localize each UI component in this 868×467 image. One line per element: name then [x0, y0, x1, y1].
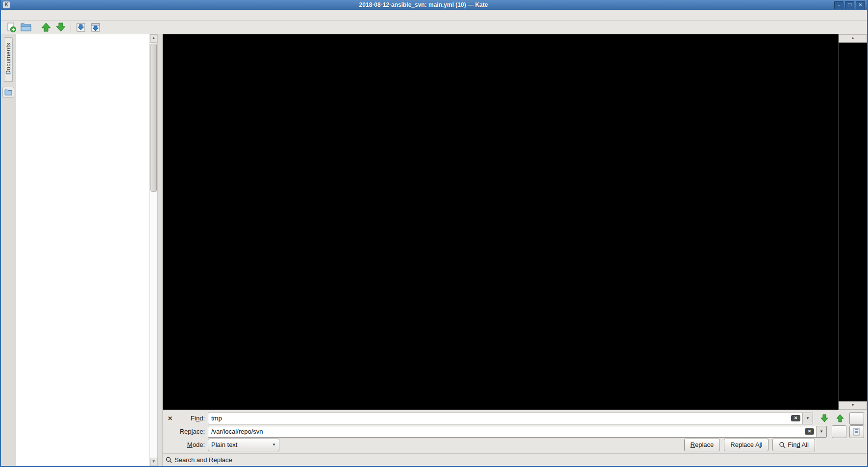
scroll-up-arrow[interactable]: ▲: [150, 34, 157, 43]
documents-sidebar-tab[interactable]: Documents: [4, 37, 13, 82]
green-up-arrow-icon: [41, 22, 51, 33]
find-next-button[interactable]: [818, 413, 831, 424]
kate-app-icon: K: [3, 1, 10, 8]
search-replace-toolview-tab[interactable]: Search and Replace: [174, 456, 232, 464]
toolbar-separator: [71, 23, 71, 32]
green-down-arrow-icon: [820, 414, 829, 423]
mode-label: Mode:: [177, 441, 205, 448]
find-all-label: Find All: [788, 441, 809, 448]
save-icon: [75, 22, 86, 33]
new-document-button[interactable]: [5, 22, 18, 33]
folder-icon: [4, 89, 12, 96]
find-input[interactable]: [208, 415, 791, 422]
find-all-button[interactable]: Find All: [772, 439, 815, 451]
scrollbar-thumb[interactable]: [150, 44, 157, 192]
save-as-icon: [90, 22, 101, 33]
replace-combobox: ✕ ▼: [208, 426, 827, 438]
save-as-button[interactable]: [89, 22, 102, 33]
new-document-icon: [6, 22, 17, 33]
minimize-button[interactable]: –: [834, 1, 843, 9]
close-search-icon[interactable]: ✕: [166, 415, 174, 422]
project-file-tree: [16, 34, 149, 466]
search-icon: [166, 457, 172, 463]
find-history-dropdown[interactable]: ▼: [802, 413, 813, 424]
maximize-button[interactable]: ❐: [845, 1, 854, 9]
search-options-button[interactable]: [849, 412, 864, 425]
menubar: [1, 10, 867, 21]
editor-minimap-column: ▲ ▼: [838, 34, 867, 410]
open-document-button[interactable]: [20, 22, 32, 33]
expand-results-button[interactable]: [849, 425, 864, 438]
documents-toolview-button[interactable]: [2, 87, 14, 98]
replace-history-dropdown[interactable]: ▼: [816, 426, 826, 437]
document-list-icon: [853, 428, 860, 436]
editor-text-area[interactable]: [163, 34, 838, 410]
scroll-down-arrow[interactable]: ▼: [150, 458, 157, 466]
bottom-toolview-bar: Search and Replace: [163, 453, 867, 466]
replace-options-button[interactable]: [832, 425, 846, 438]
forward-button[interactable]: [54, 22, 67, 33]
tab-bar: [148, 21, 867, 34]
chevron-down-icon: ▼: [272, 442, 276, 447]
save-button[interactable]: [74, 22, 87, 33]
find-combobox: ✕ ▼: [208, 413, 813, 424]
toolbar: [1, 21, 148, 34]
open-folder-icon: [20, 22, 32, 33]
mode-select[interactable]: Plain text ▼: [208, 439, 279, 451]
clear-replace-icon[interactable]: ✕: [805, 428, 814, 435]
mode-value: Plain text: [211, 441, 237, 448]
replace-button[interactable]: Replace: [684, 439, 720, 451]
editor-scroll-down-arrow[interactable]: ▼: [839, 401, 867, 410]
search-icon: [779, 442, 786, 448]
editor-scroll-up-arrow[interactable]: ▲: [839, 34, 867, 43]
left-sidebar-strip: Documents: [1, 34, 16, 466]
replace-label: Replace:: [177, 428, 205, 435]
replace-all-button[interactable]: Replace All: [724, 439, 769, 451]
back-button[interactable]: [40, 22, 52, 33]
scrollbar-track[interactable]: [150, 43, 157, 458]
close-button[interactable]: ✕: [856, 1, 865, 9]
find-label: Find:: [177, 415, 205, 422]
toolbar-row: [1, 21, 867, 34]
green-down-arrow-icon: [55, 22, 66, 33]
window-title: 2018-08-12-ansible_svn: main.yml (10) — …: [13, 1, 834, 8]
search-replace-panel: ✕ Find: ✕ ▼: [163, 410, 867, 453]
find-previous-button[interactable]: [834, 413, 846, 424]
titlebar[interactable]: K 2018-08-12-ansible_svn: main.yml (10) …: [1, 0, 867, 10]
green-up-arrow-icon: [836, 414, 844, 423]
replace-input[interactable]: [208, 428, 805, 435]
toolbar-separator: [36, 23, 36, 32]
kate-window: K 2018-08-12-ansible_svn: main.yml (10) …: [0, 0, 868, 467]
scrollbar-minimap[interactable]: [839, 43, 867, 401]
panel-splitter[interactable]: [157, 34, 163, 466]
clear-find-icon[interactable]: ✕: [791, 415, 800, 421]
tree-scrollbar: ▲ ▼: [149, 34, 157, 466]
